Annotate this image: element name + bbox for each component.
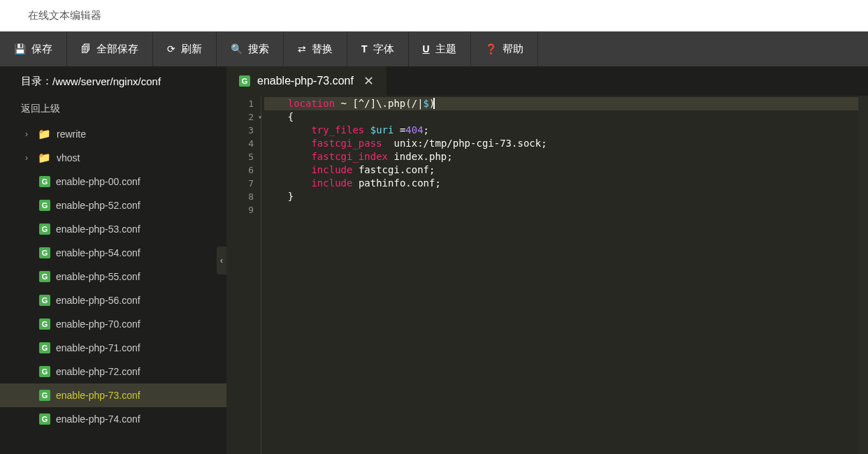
file-item[interactable]: Genable-php-54.conf [0,241,226,265]
window-title: 在线文本编辑器 [0,0,868,31]
file-label: enable-php-00.conf [56,176,140,187]
sidebar-collapse-handle[interactable]: ‹ [217,247,226,274]
code-line[interactable]: fastcgi_pass unix:/tmp/php-cgi-73.sock; [264,137,868,150]
save-all-button[interactable]: 🗐全部保存 [67,31,153,66]
file-icon: G [39,224,50,235]
search-icon: 🔍 [231,43,243,54]
file-item[interactable]: Genable-php-73.conf [0,383,226,407]
close-icon[interactable]: ✕ [363,73,374,89]
help-icon: ❓ [485,43,497,54]
file-item[interactable]: Genable-php-74.conf [0,407,226,431]
tab-label: enable-php-73.conf [257,75,354,87]
back-up-link[interactable]: 返回上级 [0,96,226,122]
file-item[interactable]: Genable-php-56.conf [0,288,226,312]
code-line[interactable]: fastcgi_index index.php; [264,150,868,163]
refresh-icon: ⟳ [167,43,175,54]
folder-icon: 📁 [38,128,51,140]
save-all-icon: 🗐 [81,43,91,54]
replace-button[interactable]: ⇄替换 [284,31,347,66]
code-line[interactable] [264,203,868,217]
file-item[interactable]: Genable-php-70.conf [0,312,226,336]
line-number: 8 [226,190,261,203]
folder-item[interactable]: ›📁vhost [0,146,226,170]
code-editor[interactable]: 123456789 location ~ [^/]\.php(/|$) { tr… [226,96,868,454]
sidebar: 目录：/www/server/nginx/conf 返回上级 ›📁rewrite… [0,66,226,454]
folder-label: vhost [57,152,80,163]
file-icon: G [239,75,250,87]
replace-icon: ⇄ [298,43,306,54]
refresh-button[interactable]: ⟳刷新 [153,31,217,66]
file-item[interactable]: Genable-php-52.conf [0,193,226,217]
code-line[interactable]: } [264,190,868,203]
line-number: 4 [226,137,261,150]
save-icon: 💾 [14,43,26,54]
theme-button[interactable]: U主题 [409,31,471,66]
theme-icon: U [423,43,430,54]
line-number: 6 [226,163,261,177]
file-label: enable-php-74.conf [56,413,140,425]
line-number: 7 [226,177,261,190]
file-item[interactable]: Genable-php-55.conf [0,265,226,288]
file-icon: G [39,247,50,258]
save-button[interactable]: 💾保存 [0,31,67,66]
line-number: 9 [226,203,261,217]
code-line[interactable]: try_files $uri =404; [264,124,868,137]
chevron-right-icon: › [25,153,32,163]
file-item[interactable]: Genable-php-71.conf [0,336,226,360]
file-tree: ›📁rewrite›📁vhostGenable-php-00.confGenab… [0,122,226,454]
chevron-right-icon: › [25,129,32,139]
tab-bar: G enable-php-73.conf ✕ [226,66,868,96]
file-icon: G [39,318,50,330]
directory-path: 目录：/www/server/nginx/conf [0,66,226,96]
file-icon: G [39,366,50,377]
toolbar: 💾保存 🗐全部保存 ⟳刷新 🔍搜索 ⇄替换 T字体 U主题 ❓帮助 [0,31,868,66]
file-icon: G [39,176,50,187]
file-icon: G [39,390,50,401]
file-label: enable-php-73.conf [56,390,140,401]
line-number: 1 [226,97,261,110]
code-line[interactable]: include fastcgi.conf; [264,163,868,177]
file-icon: G [39,200,50,211]
folder-label: rewrite [57,129,86,140]
file-item[interactable]: Genable-php-72.conf [0,360,226,383]
file-label: enable-php-55.conf [56,271,140,282]
file-item[interactable]: Genable-php-00.conf [0,170,226,193]
file-label: enable-php-56.conf [56,295,140,306]
line-gutter: 123456789 [226,96,261,454]
font-button[interactable]: T字体 [347,31,409,66]
help-button[interactable]: ❓帮助 [471,31,538,66]
search-button[interactable]: 🔍搜索 [217,31,284,66]
file-label: enable-php-52.conf [56,200,140,211]
editor-area: ‹ G enable-php-73.conf ✕ 123456789 locat… [226,66,868,454]
folder-icon: 📁 [38,152,51,164]
file-item[interactable]: Genable-php-53.conf [0,217,226,241]
line-number: 2 [226,110,261,124]
code-line[interactable]: { [264,110,868,124]
font-icon: T [361,43,368,54]
file-label: enable-php-54.conf [56,247,140,258]
line-number: 3 [226,124,261,137]
file-icon: G [39,295,50,306]
code-line[interactable]: location ~ [^/]\.php(/|$) [264,97,868,110]
line-number: 5 [226,150,261,163]
code-line[interactable]: include pathinfo.conf; [264,177,868,190]
file-icon: G [39,271,50,282]
folder-item[interactable]: ›📁rewrite [0,122,226,146]
vertical-scrollbar[interactable] [858,96,868,454]
tab-active[interactable]: G enable-php-73.conf ✕ [226,66,386,96]
file-label: enable-php-70.conf [56,318,140,330]
file-label: enable-php-72.conf [56,366,140,377]
file-icon: G [39,413,50,425]
file-icon: G [39,342,50,353]
file-label: enable-php-71.conf [56,342,140,353]
file-label: enable-php-53.conf [56,224,140,235]
code-content[interactable]: location ~ [^/]\.php(/|$) { try_files $u… [261,96,868,454]
